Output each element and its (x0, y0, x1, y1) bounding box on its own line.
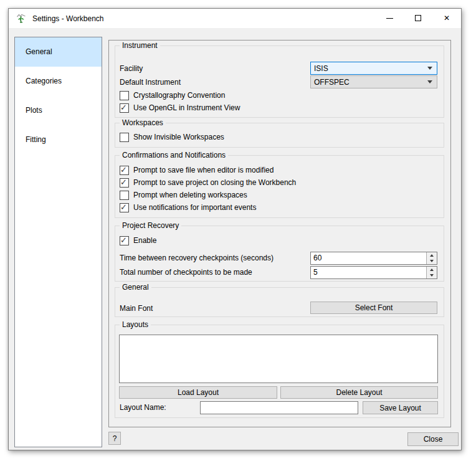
recovery-time-value: 60 (311, 252, 426, 264)
recovery-total-spinbox[interactable]: 5 (310, 266, 437, 279)
facility-label: Facility (120, 62, 143, 75)
default-instrument-value: OFFSPEC (314, 78, 427, 87)
project-recovery-group-title: Project Recovery (120, 221, 181, 230)
prompt-deleting-workspaces-checkbox[interactable] (120, 191, 129, 200)
recovery-time-label: Time between recovery checkpoints (secon… (120, 252, 274, 264)
show-invisible-workspaces-label: Show Invisible Workspaces (133, 133, 224, 142)
default-instrument-select[interactable]: OFFSPEC (310, 75, 437, 88)
default-instrument-label: Default Instrument (120, 76, 181, 88)
save-layout-button[interactable]: Save Layout (363, 401, 438, 414)
settings-dialog-window: Settings - Workbench ✕ General Categorie… (8, 8, 462, 450)
recovery-total-spin-buttons (426, 267, 437, 278)
help-button[interactable]: ? (108, 432, 121, 445)
crystallography-convention-checkbox[interactable] (120, 91, 129, 100)
layout-name-label: Layout Name: (120, 401, 166, 414)
prompt-save-file-row: Prompt to save file when editor is modif… (120, 165, 274, 175)
sidebar-item-plots[interactable]: Plots (15, 96, 102, 125)
workspaces-group-title: Workspaces (120, 118, 166, 127)
spin-down-icon (430, 274, 434, 277)
settings-category-list: General Categories Plots Fitting (14, 37, 102, 447)
use-opengl-row: Use OpenGL in Instrument View (120, 103, 240, 113)
main-font-label: Main Font (120, 302, 153, 315)
close-window-button[interactable]: ✕ (432, 9, 461, 27)
instrument-group-title: Instrument (120, 41, 160, 50)
spin-up-button[interactable] (427, 267, 437, 273)
facility-value: ISIS (314, 64, 427, 73)
facility-select[interactable]: ISIS (310, 62, 437, 75)
close-button[interactable]: Close (407, 432, 459, 446)
minimize-button[interactable] (375, 9, 404, 27)
spin-up-button[interactable] (427, 252, 437, 259)
recovery-enable-label: Enable (133, 236, 156, 245)
minimize-icon (386, 18, 393, 19)
spin-up-icon (430, 269, 434, 271)
layouts-list[interactable] (119, 335, 438, 383)
prompt-save-project-row: Prompt to save project on closing the Wo… (120, 178, 296, 188)
show-invisible-workspaces-row: Show Invisible Workspaces (120, 132, 224, 142)
show-invisible-workspaces-checkbox[interactable] (120, 133, 129, 142)
confirmations-group: Confirmations and Notifications Prompt t… (115, 155, 444, 218)
window-title: Settings - Workbench (32, 14, 104, 23)
prompt-save-project-label: Prompt to save project on closing the Wo… (133, 178, 296, 188)
prompt-save-file-checkbox[interactable] (120, 166, 129, 175)
confirmations-group-title: Confirmations and Notifications (120, 151, 228, 159)
prompt-deleting-workspaces-label: Prompt when deleting workspaces (133, 191, 247, 200)
spin-down-button[interactable] (427, 259, 437, 265)
chevron-down-icon (427, 67, 432, 70)
recovery-time-spin-buttons (426, 252, 437, 264)
use-notifications-row: Use notifications for important events (120, 202, 256, 212)
sidebar-item-categories[interactable]: Categories (15, 67, 102, 96)
recovery-total-label: Total number of checkpoints to be made (120, 266, 252, 278)
maximize-icon (415, 15, 421, 21)
prompt-save-file-label: Prompt to save file when editor is modif… (133, 166, 274, 175)
window-controls: ✕ (375, 9, 461, 27)
select-font-button[interactable]: Select Font (310, 302, 437, 314)
prompt-deleting-workspaces-row: Prompt when deleting workspaces (120, 190, 247, 200)
close-icon: ✕ (444, 14, 450, 22)
spin-down-icon (430, 260, 434, 262)
spin-down-button[interactable] (427, 273, 437, 279)
chevron-down-icon (427, 80, 432, 83)
recovery-enable-row: Enable (120, 235, 156, 245)
project-recovery-group: Project Recovery Enable Time between rec… (115, 226, 444, 282)
use-opengl-checkbox[interactable] (120, 103, 129, 113)
general-settings-panel: Instrument Facility ISIS Default Instrum… (108, 40, 451, 427)
use-notifications-label: Use notifications for important events (133, 203, 256, 212)
layout-name-input[interactable] (200, 401, 358, 414)
use-notifications-checkbox[interactable] (120, 203, 129, 212)
load-layout-button[interactable]: Load Layout (119, 386, 277, 399)
maximize-button[interactable] (404, 9, 432, 27)
use-opengl-label: Use OpenGL in Instrument View (133, 103, 240, 113)
sidebar-item-general[interactable]: General (15, 37, 102, 67)
layouts-group: Layouts Load Layout Delete Layout Layout… (115, 325, 444, 418)
recovery-total-value: 5 (311, 267, 426, 278)
delete-layout-button[interactable]: Delete Layout (280, 386, 438, 399)
layouts-group-title: Layouts (120, 320, 151, 329)
crystallography-convention-row: Crystallography Convention (120, 90, 225, 100)
sidebar-item-fitting[interactable]: Fitting (15, 125, 102, 155)
crystallography-convention-label: Crystallography Convention (133, 91, 225, 100)
spin-up-icon (430, 254, 434, 257)
general-group: General Main Font Select Font (115, 287, 444, 317)
mantid-logo-icon (16, 14, 26, 24)
prompt-save-project-checkbox[interactable] (120, 178, 129, 188)
title-bar: Settings - Workbench ✕ (9, 9, 461, 28)
workspaces-group: Workspaces Show Invisible Workspaces (115, 123, 444, 148)
recovery-enable-checkbox[interactable] (120, 236, 129, 245)
general-group-title: General (120, 283, 151, 292)
recovery-time-spinbox[interactable]: 60 (310, 252, 437, 265)
instrument-group: Instrument Facility ISIS Default Instrum… (115, 45, 444, 118)
